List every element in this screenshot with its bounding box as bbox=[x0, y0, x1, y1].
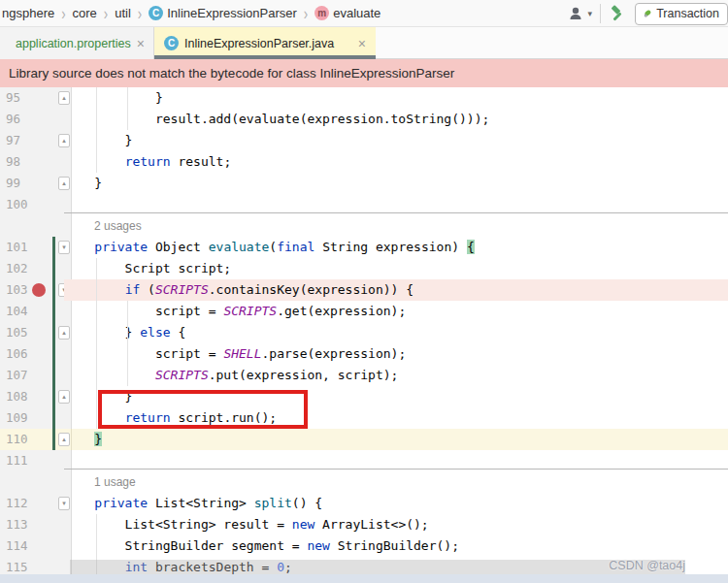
run-config-label: Transaction bbox=[656, 7, 719, 20]
close-icon[interactable]: × bbox=[137, 36, 145, 51]
code-text[interactable]: } bbox=[64, 386, 728, 407]
code-text[interactable]: script = SCRIPTS.get(expression); bbox=[64, 301, 728, 322]
code-line-102: 102 Script script; bbox=[0, 258, 728, 279]
indent-guide bbox=[127, 87, 128, 130]
breakpoint-icon[interactable] bbox=[32, 283, 46, 297]
line-number[interactable]: 95 bbox=[6, 87, 20, 109]
line-number[interactable]: 114 bbox=[6, 535, 28, 557]
code-line-97: 97▴ } bbox=[0, 130, 728, 151]
code-line-95: 95▴ } bbox=[0, 87, 728, 109]
gutter[interactable]: 97▴ bbox=[0, 130, 72, 151]
breadcrumb-item-util[interactable]: util bbox=[115, 6, 131, 20]
gutter[interactable]: 104 bbox=[0, 301, 72, 322]
gutter[interactable]: 103▾ bbox=[0, 279, 72, 301]
run-configuration-select[interactable]: Transaction bbox=[635, 3, 728, 25]
gutter[interactable]: 100 bbox=[0, 194, 72, 215]
line-number[interactable]: 113 bbox=[6, 514, 28, 535]
breadcrumb-item-inlineexpressionparser[interactable]: CInlineExpressionParser bbox=[149, 6, 297, 20]
library-source-warning-banner: Library source does not match the byteco… bbox=[0, 59, 728, 87]
line-number[interactable]: 101 bbox=[6, 237, 28, 258]
code-text[interactable]: private Object evaluate(final String exp… bbox=[64, 237, 728, 258]
line-number[interactable]: 103 bbox=[6, 279, 28, 301]
line-number[interactable]: 109 bbox=[6, 407, 28, 429]
users-icon[interactable] bbox=[568, 6, 585, 21]
line-number[interactable]: 105 bbox=[6, 322, 28, 343]
breadcrumb-item-core[interactable]: core bbox=[73, 6, 97, 20]
tab-application-properties[interactable]: application.properties × bbox=[0, 27, 154, 59]
gutter[interactable]: 95▴ bbox=[0, 87, 72, 109]
gutter[interactable]: 111 bbox=[0, 450, 72, 471]
gutter[interactable]: 114 bbox=[0, 535, 72, 557]
gutter[interactable] bbox=[0, 215, 72, 237]
line-number[interactable]: 98 bbox=[6, 151, 20, 173]
code-text[interactable]: private List<String> split() { bbox=[64, 493, 728, 514]
code-text[interactable]: Script script; bbox=[64, 258, 728, 279]
code-text[interactable]: } bbox=[64, 429, 728, 450]
code-text[interactable]: return result; bbox=[64, 151, 728, 173]
toolbar: ▾ Transaction bbox=[568, 0, 728, 27]
code-text[interactable]: StringBuilder segment = new StringBuilde… bbox=[64, 535, 728, 557]
line-number[interactable]: 96 bbox=[6, 109, 20, 130]
code-text[interactable]: SCRIPTS.put(expression, script); bbox=[64, 365, 728, 386]
gutter[interactable]: 106 bbox=[0, 343, 72, 365]
code-text[interactable]: } bbox=[64, 130, 728, 151]
code-line-108: 108▴ } bbox=[0, 386, 728, 407]
chevron-down-icon[interactable]: ▾ bbox=[587, 9, 592, 18]
gutter[interactable]: 105▴ bbox=[0, 322, 72, 343]
gutter[interactable]: 109 bbox=[0, 407, 72, 429]
code-editor[interactable]: 95▴ }96 result.add(evaluate(expression.t… bbox=[0, 87, 728, 583]
gutter[interactable]: 99▴ bbox=[0, 173, 72, 194]
code-text[interactable]: } bbox=[64, 87, 728, 109]
class-icon: C bbox=[149, 6, 163, 20]
code-line-107: 107 SCRIPTS.put(expression, script); bbox=[0, 365, 728, 386]
gutter[interactable]: 113 bbox=[0, 514, 72, 535]
line-number[interactable]: 106 bbox=[6, 343, 28, 365]
breadcrumb-label: InlineExpressionParser bbox=[167, 6, 297, 20]
line-number[interactable]: 97 bbox=[6, 130, 20, 151]
window-bottom-strip bbox=[0, 574, 728, 583]
line-number[interactable]: 108 bbox=[6, 386, 28, 407]
code-line-103: 103▾ if (SCRIPTS.containsKey(expression)… bbox=[0, 279, 728, 301]
gutter[interactable]: 96 bbox=[0, 109, 72, 130]
gutter[interactable]: 102 bbox=[0, 258, 72, 279]
code-text[interactable]: if (SCRIPTS.containsKey(expression)) { bbox=[64, 279, 728, 301]
usages-label[interactable]: 2 usages bbox=[64, 215, 728, 237]
usages-inlay-hint: 1 usage bbox=[0, 471, 728, 493]
indent-guide bbox=[127, 301, 128, 386]
gutter[interactable]: 108▴ bbox=[0, 386, 72, 407]
breadcrumb-bar: ngsphere›core›util›CInlineExpressionPars… bbox=[0, 0, 728, 27]
line-number[interactable]: 102 bbox=[6, 258, 28, 279]
line-number[interactable]: 104 bbox=[6, 301, 28, 322]
build-hammer-icon[interactable] bbox=[609, 5, 626, 22]
gutter[interactable]: 110▴ bbox=[0, 429, 72, 450]
indent-guide bbox=[96, 87, 97, 173]
code-line-112: 112▾ private List<String> split() { bbox=[0, 493, 728, 514]
line-number[interactable]: 110 bbox=[6, 429, 28, 450]
code-text[interactable]: return script.run(); bbox=[64, 407, 728, 429]
gutter[interactable] bbox=[0, 471, 72, 493]
gutter[interactable]: 101▾ bbox=[0, 237, 72, 258]
line-number[interactable]: 99 bbox=[6, 173, 20, 194]
usages-inlay-hint: 2 usages bbox=[0, 215, 728, 237]
breadcrumb-item-evaluate[interactable]: mevaluate bbox=[314, 6, 381, 20]
code-text[interactable]: } else { bbox=[64, 322, 728, 343]
gutter[interactable]: 98 bbox=[0, 151, 72, 173]
usages-label[interactable]: 1 usage bbox=[64, 471, 728, 493]
code-text[interactable]: } bbox=[64, 173, 728, 194]
line-number[interactable]: 107 bbox=[6, 365, 28, 386]
line-number[interactable]: 112 bbox=[6, 493, 28, 514]
code-line-104: 104 script = SCRIPTS.get(expression); bbox=[0, 301, 728, 322]
line-number[interactable]: 111 bbox=[6, 450, 28, 471]
code-rows: 95▴ }96 result.add(evaluate(expression.t… bbox=[0, 87, 728, 578]
breadcrumb-label: evaluate bbox=[333, 6, 381, 20]
gutter[interactable]: 112▾ bbox=[0, 493, 72, 514]
line-number[interactable]: 100 bbox=[6, 194, 28, 215]
close-icon[interactable]: × bbox=[358, 36, 366, 51]
breadcrumb-item-ngsphere[interactable]: ngsphere bbox=[2, 6, 54, 20]
code-text[interactable]: List<String> result = new ArrayList<>(); bbox=[64, 514, 728, 535]
vcs-change-marker[interactable] bbox=[52, 237, 55, 450]
code-text[interactable]: script = SHELL.parse(expression); bbox=[64, 343, 728, 365]
code-text[interactable]: result.add(evaluate(expression.toString(… bbox=[64, 109, 728, 130]
code-line-98: 98 return result; bbox=[0, 151, 728, 173]
gutter[interactable]: 107 bbox=[0, 365, 72, 386]
